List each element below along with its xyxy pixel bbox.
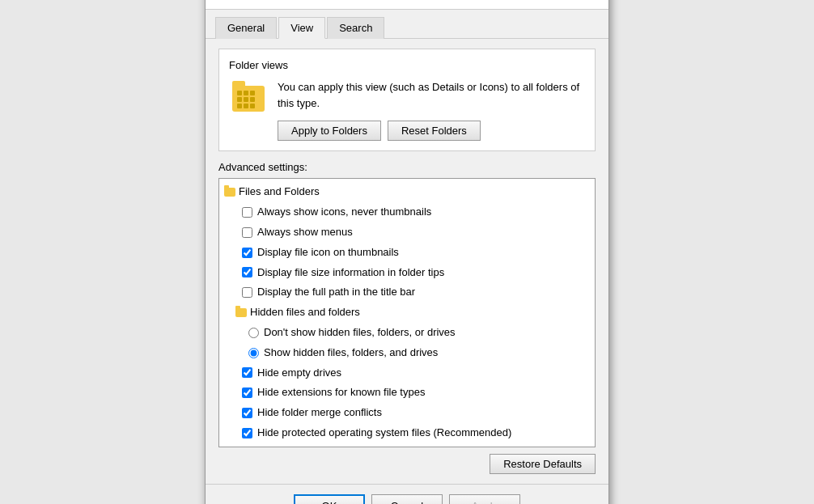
tab-view[interactable]: View xyxy=(278,17,325,39)
checkbox-display-full-path: Display the full path in the title bar xyxy=(219,282,595,303)
checkbox-hide-extensions: Hide extensions for known file types xyxy=(219,383,595,403)
folder-icon-area xyxy=(229,79,268,118)
advanced-settings-label: Advanced settings: xyxy=(218,161,596,173)
radio-show-hidden-input[interactable] xyxy=(248,348,259,358)
advanced-settings-scroll[interactable]: Files and Folders Always show icons, nev… xyxy=(219,179,595,446)
checkbox-hide-empty-drives-input[interactable] xyxy=(242,367,252,378)
folder-dot xyxy=(250,91,255,95)
folder-views-section: Folder views xyxy=(218,49,596,151)
folder-small-icon-2 xyxy=(235,307,247,319)
checkbox-display-file-icon: Display file icon on thumbnails xyxy=(219,243,595,263)
folder-views-title: Folder views xyxy=(229,59,585,71)
folder-dot xyxy=(237,97,242,102)
radio-dont-show-hidden: Don't show hidden files, folders, or dri… xyxy=(219,323,595,343)
folder-dot xyxy=(244,91,248,95)
folder-views-buttons: Apply to Folders Reset Folders xyxy=(278,121,585,141)
folder-small-icon xyxy=(224,187,235,198)
checkbox-display-file-size: Display file size information in folder … xyxy=(219,263,595,283)
folder-views-description-area: You can apply this view (such as Details… xyxy=(278,79,585,141)
checkbox-hide-folder-merge-input[interactable] xyxy=(242,408,252,418)
checkbox-always-show-menus: Always show menus xyxy=(219,222,595,243)
tab-search[interactable]: Search xyxy=(327,17,384,39)
advanced-settings-tree: Files and Folders Always show icons, nev… xyxy=(218,178,596,447)
small-folder-icon-2 xyxy=(235,308,247,317)
folder-dot xyxy=(244,104,248,108)
folder-views-description: You can apply this view (such as Details… xyxy=(278,79,585,111)
folder-views-inner: You can apply this view (such as Details… xyxy=(229,79,585,141)
folder-dot xyxy=(244,97,248,102)
checkbox-hide-folder-merge: Hide folder merge conflicts xyxy=(219,403,595,423)
apply-to-folders-button[interactable]: Apply to Folders xyxy=(278,121,381,141)
close-button[interactable]: ✕ xyxy=(579,0,599,2)
checkbox-display-file-icon-input[interactable] xyxy=(242,248,252,258)
tab-content-view: Folder views xyxy=(206,39,608,483)
checkbox-hide-empty-drives: Hide empty drives xyxy=(219,363,595,383)
title-bar: Folder Options ✕ xyxy=(206,0,608,10)
checkbox-always-show-menus-input[interactable] xyxy=(242,227,252,238)
ok-button[interactable]: OK xyxy=(294,494,365,504)
folder-options-dialog: Folder Options ✕ General View Search Fol… xyxy=(205,0,609,504)
checkbox-display-file-size-input[interactable] xyxy=(242,267,252,277)
category-files-and-folders: Files and Folders xyxy=(219,182,595,202)
checkbox-display-full-path-input[interactable] xyxy=(242,287,252,298)
checkbox-always-show-icons: Always show icons, never thumbnails xyxy=(219,202,595,222)
checkbox-hide-protected: Hide protected operating system files (R… xyxy=(219,423,595,443)
radio-show-hidden: Show hidden files, folders, and drives xyxy=(219,343,595,363)
folder-dot xyxy=(250,97,255,102)
folder-icon xyxy=(232,86,265,112)
folder-dot xyxy=(250,104,255,108)
reset-folders-button[interactable]: Reset Folders xyxy=(388,121,481,141)
sub-category-hidden-files: Hidden files and folders xyxy=(219,303,595,323)
small-folder-icon xyxy=(224,188,235,197)
dialog-bottom-buttons: OK Cancel Apply xyxy=(206,484,608,504)
restore-defaults-button[interactable]: Restore Defaults xyxy=(490,454,596,474)
tab-general[interactable]: General xyxy=(215,17,277,39)
checkbox-always-show-icons-input[interactable] xyxy=(242,207,252,218)
folder-dot xyxy=(237,91,242,95)
apply-button[interactable]: Apply xyxy=(449,494,520,504)
restore-defaults-area: Restore Defaults xyxy=(218,447,596,474)
tab-bar: General View Search xyxy=(206,10,608,39)
cancel-button[interactable]: Cancel xyxy=(371,494,443,504)
folder-icon-grid xyxy=(237,91,255,108)
checkbox-hide-extensions-input[interactable] xyxy=(242,388,252,398)
folder-dot xyxy=(237,104,242,108)
checkbox-hide-protected-input[interactable] xyxy=(242,428,252,438)
radio-dont-show-hidden-input[interactable] xyxy=(248,328,259,338)
